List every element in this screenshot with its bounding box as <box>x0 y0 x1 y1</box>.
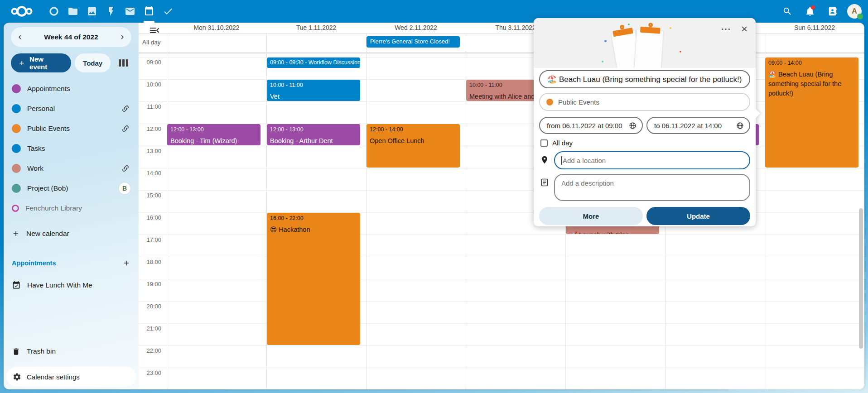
share-link-icon[interactable] <box>121 125 130 133</box>
start-datetime-input[interactable]: from 06.11.2022 at 09:00 <box>539 117 643 134</box>
more-actions-icon[interactable]: ··· <box>721 24 731 34</box>
event-editor-popover: ··· × 🏖️ Beach Luau (Bring something spe… <box>534 18 756 226</box>
calendar-picker[interactable]: Public Events <box>539 93 750 111</box>
week-label[interactable]: Week 44 of 2022 <box>29 33 113 41</box>
view-columns-button[interactable] <box>114 53 132 72</box>
hour-gridline <box>139 301 864 302</box>
sidebar-calendar-item[interactable]: Appointments <box>4 79 139 99</box>
today-button[interactable]: Today <box>75 53 111 72</box>
event-title: Open Office Lunch <box>370 136 457 146</box>
event-title-value: 🏖️ Beach Luau (Bring something special f… <box>547 75 742 84</box>
tasks-app-icon[interactable] <box>159 0 178 23</box>
calendar-event[interactable]: 12:00 - 14:00Open Office Lunch <box>366 124 460 168</box>
event-title: Booking - Tim (Wizard) <box>170 136 257 145</box>
previous-week-button[interactable] <box>11 27 29 47</box>
appointment-item[interactable]: Have Lunch With Me <box>4 275 139 295</box>
hour-label: 10:00 <box>139 81 161 88</box>
vertical-scrollbar[interactable] <box>859 208 863 349</box>
all-day-row: All day <box>540 139 750 147</box>
timezone-globe-icon[interactable] <box>629 122 637 129</box>
day-column-border <box>366 33 366 389</box>
hour-label: 14:00 <box>139 170 161 177</box>
calendar-color-dot <box>12 164 21 173</box>
new-event-button[interactable]: New event <box>11 53 71 72</box>
today-label: Today <box>83 59 102 67</box>
hour-label: 20:00 <box>139 303 161 310</box>
share-link-icon[interactable] <box>121 164 130 173</box>
clipboard-front <box>634 29 664 68</box>
description-row: Add a description <box>539 174 750 201</box>
sidebar-calendar-item[interactable]: Personal <box>4 99 139 119</box>
trash-bin-button[interactable]: Trash bin <box>4 341 139 361</box>
appointments-heading: Appointments <box>12 259 122 267</box>
calendar-list: AppointmentsPersonalPublic EventsTasksWo… <box>4 79 139 218</box>
new-event-label: New event <box>29 55 61 71</box>
nextcloud-logo[interactable] <box>10 5 34 18</box>
all-day-checkbox-label: All day <box>552 139 573 147</box>
day-header[interactable]: Mon 31.10.2022 <box>167 23 266 33</box>
all-day-event[interactable]: Pierre's General Store Closed! <box>366 36 460 48</box>
day-header[interactable]: Tue 1.11.2022 <box>266 23 366 33</box>
appointments-section: Appointments <box>12 259 130 267</box>
calendar-app-icon[interactable] <box>140 0 159 23</box>
dashboard-app-icon[interactable] <box>44 0 63 23</box>
activity-app-icon[interactable] <box>101 0 121 23</box>
contacts-icon[interactable] <box>825 0 841 23</box>
photos-app-icon[interactable] <box>82 0 101 23</box>
notifications-bell-icon[interactable] <box>802 0 818 23</box>
add-appointment-icon[interactable] <box>122 259 130 267</box>
calendar-event[interactable]: 16:00 - 22:00😎 Hackathon <box>267 213 360 345</box>
sidebar-calendar-item[interactable]: Project (Bob)B <box>4 178 139 198</box>
calendar-color-dot <box>12 184 21 193</box>
hour-label: 15:00 <box>139 192 161 199</box>
end-datetime-value: to 06.11.2022 at 14:00 <box>654 122 736 129</box>
share-link-icon[interactable] <box>121 105 130 113</box>
calendar-event[interactable]: 10:00 - 11:00Vet <box>267 80 360 101</box>
hour-label: 22:00 <box>139 347 161 354</box>
sidebar-calendar-item[interactable]: Fenchurch Library <box>4 198 139 218</box>
calendar-event[interactable]: 09:00 - 09:30 - Workflow Discussion <box>267 58 360 68</box>
day-header[interactable]: Wed 2.11.2022 <box>366 23 466 33</box>
calendar-color-dot <box>12 144 21 153</box>
clipboard-illustration-image <box>602 23 688 68</box>
next-week-button[interactable] <box>113 27 131 47</box>
week-navigation: Week 44 of 2022 <box>11 27 131 47</box>
close-icon[interactable]: × <box>741 23 747 35</box>
location-input[interactable]: Add a location <box>554 151 750 169</box>
mail-app-icon[interactable] <box>121 0 140 23</box>
notification-badge <box>811 5 815 10</box>
update-button[interactable]: Update <box>646 207 750 225</box>
trash-icon <box>12 347 20 356</box>
new-calendar-button[interactable]: New calendar <box>4 225 139 243</box>
end-datetime-input[interactable]: to 06.11.2022 at 14:00 <box>646 117 750 134</box>
calendar-sidebar: Week 44 of 2022 New event Today Appointm… <box>4 23 139 389</box>
calendar-event[interactable]: 09:00 - 14:00🏖️ Beach Luau (Bring someth… <box>765 58 858 168</box>
hour-label: 18:00 <box>139 259 161 265</box>
files-app-icon[interactable] <box>63 0 82 23</box>
sidebar-calendar-item[interactable]: Public Events <box>4 119 139 139</box>
search-icon[interactable] <box>779 0 796 23</box>
calendar-label: Project (Bob) <box>27 184 119 192</box>
calendar-event[interactable]: 12:00 - 13:00Booking - Tim (Wizard) <box>167 124 260 145</box>
calendar-event[interactable]: 12:00 - 13:00Booking - Arthur Dent <box>267 124 360 145</box>
online-status-dot <box>857 14 863 19</box>
sidebar-calendar-item[interactable]: Work <box>4 158 139 178</box>
hour-label: 17:00 <box>139 236 161 243</box>
calendar-label: Public Events <box>27 125 121 133</box>
timezone-globe-icon[interactable] <box>736 122 744 129</box>
user-avatar[interactable]: A <box>847 4 862 19</box>
description-input[interactable]: Add a description <box>554 174 750 201</box>
sidebar-calendar-item[interactable]: Tasks <box>4 139 139 158</box>
plus-icon <box>18 59 25 67</box>
location-pin-icon <box>539 151 550 164</box>
calendar-color-dot <box>12 84 21 93</box>
day-header[interactable]: Sun 6.11.2022 <box>765 23 864 33</box>
event-title-input[interactable]: 🏖️ Beach Luau (Bring something special f… <box>539 70 750 88</box>
more-button[interactable]: More <box>539 207 643 225</box>
hour-gridline <box>139 235 864 235</box>
calendar-color-dot <box>546 99 553 105</box>
popover-buttons: More Update <box>539 207 750 225</box>
all-day-checkbox[interactable] <box>540 139 548 147</box>
hour-label: 21:00 <box>139 325 161 332</box>
calendar-settings-button[interactable]: Calendar settings <box>6 367 136 387</box>
